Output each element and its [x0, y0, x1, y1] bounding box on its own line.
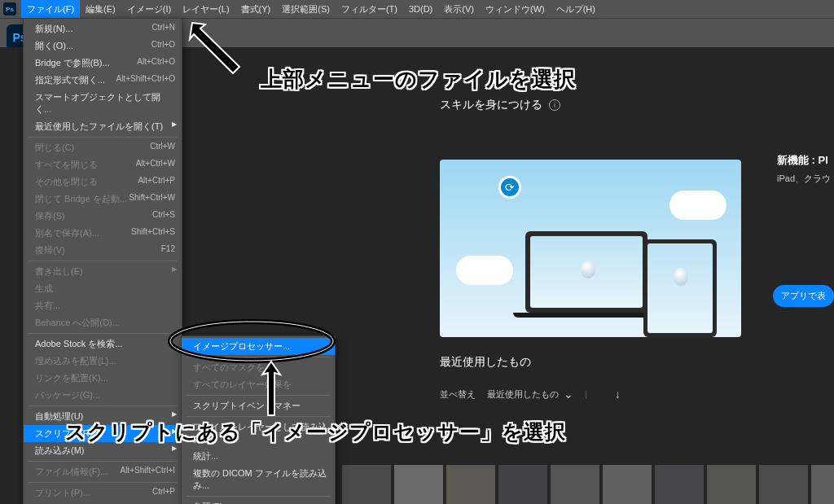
svg-point-1 [170, 322, 333, 361]
menu-3d[interactable]: 3D(D) [403, 0, 438, 18]
thumbnail[interactable] [759, 465, 808, 504]
file-menu-item: ファイル情報(F)...Alt+Shift+Ctrl+I [24, 463, 182, 480]
laptop-graphic [513, 231, 660, 337]
info-icon[interactable]: i [549, 99, 560, 111]
sync-icon: ⟳ [498, 176, 521, 199]
new-feature-desc: iPad、クラウドド [777, 173, 834, 185]
file-menu-item: 書き出し(E) [24, 263, 182, 280]
open-in-app-button[interactable]: アプリで表 [773, 285, 834, 307]
menu-filter[interactable]: フィルター(T) [336, 0, 403, 18]
sort-select[interactable]: 最近使用したもの [487, 388, 573, 401]
divider: | [585, 389, 587, 399]
file-menu-item: 保存(S)Ctrl+S [24, 208, 182, 225]
feature-preview-card[interactable]: ⟳ [440, 160, 741, 337]
file-menu-item[interactable]: Bridge で参照(B)...Alt+Ctrl+O [24, 55, 182, 72]
sort-direction-icon[interactable]: ↓ [615, 388, 621, 401]
thumbnail[interactable] [707, 465, 756, 504]
file-menu-item: リンクを配置(K)... [24, 370, 182, 387]
menu-view[interactable]: 表示(V) [438, 0, 480, 18]
recent-title: 最近使用したもの [440, 355, 621, 370]
file-menu-item[interactable]: Adobe Stock を検索... [24, 335, 182, 353]
cloud-graphic [456, 256, 513, 285]
thumbnail[interactable] [603, 465, 652, 504]
thumbnail[interactable] [811, 465, 834, 504]
file-menu-item[interactable]: 開く(O)...Ctrl+O [24, 37, 182, 55]
sort-label: 並べ替え [440, 388, 476, 401]
thumbnail[interactable] [655, 465, 704, 504]
file-menu-item[interactable]: スマートオブジェクトとして開く... [24, 89, 182, 118]
skill-header: スキルを身につける i [440, 98, 560, 112]
menu-edit[interactable]: 編集(E) [80, 0, 121, 18]
file-menu-item[interactable]: 最近使用したファイルを開く(T) [24, 118, 182, 135]
menu-window[interactable]: ウィンドウ(W) [480, 0, 551, 18]
file-menu-item: Behance へ公開(D)... [24, 314, 182, 331]
file-menu-item: 別名で保存(A)...Shift+Ctrl+S [24, 225, 182, 242]
file-menu-item: 生成 [24, 280, 182, 297]
annotation-text-bottom: スクリプトにある「イメージプロセッサー」を選択 [65, 419, 566, 445]
file-menu-item: 閉じる(C)Ctrl+W [24, 139, 182, 156]
file-menu-item: 閉じて Bridge を起動...Shift+Ctrl+W [24, 191, 182, 208]
scripts-submenu-item[interactable]: 参照(B)... [182, 498, 335, 504]
menu-file[interactable]: ファイル(F) [21, 0, 80, 18]
menu-layer[interactable]: レイヤー(L) [177, 0, 235, 18]
file-menu-item: 埋め込みを配置(L)... [24, 353, 182, 370]
scripts-submenu-item[interactable]: 複数の DICOM ファイルを読み込み... [182, 465, 335, 494]
file-menu-item[interactable]: 新規(N)...Ctrl+N [24, 20, 182, 37]
file-menu-item: 復帰(V)F12 [24, 242, 182, 259]
annotation-arrow-icon [251, 357, 292, 420]
thumbnail[interactable] [342, 465, 391, 504]
recent-thumbnails [342, 465, 834, 504]
file-menu-item: パッケージ(G)... [24, 387, 182, 404]
tablet-graphic [643, 239, 717, 337]
thumbnail[interactable] [551, 465, 599, 504]
file-menu-item: その他を閉じるAlt+Ctrl+P [24, 173, 182, 191]
recent-section: 最近使用したもの 並べ替え 最近使用したもの | ↓ [440, 355, 621, 401]
file-menu-item: 共有... [24, 297, 182, 314]
menu-select[interactable]: 選択範囲(S) [276, 0, 336, 18]
thumbnail[interactable] [446, 465, 495, 504]
menu-help[interactable]: ヘルプ(H) [551, 0, 601, 18]
annotation-text-top: 上部メニューのファイルを選択 [261, 65, 576, 94]
file-menu-item[interactable]: 指定形式で開く...Alt+Shift+Ctrl+O [24, 72, 182, 89]
scripts-submenu-item[interactable]: 統計... [182, 448, 335, 465]
new-feature-title: 新機能 : Pl [777, 153, 834, 168]
skill-header-label: スキルを身につける [440, 98, 542, 112]
feature-info: 新機能 : Pl iPad、クラウドド [777, 153, 834, 185]
cloud-graphic [669, 191, 726, 220]
sort-row: 並べ替え 最近使用したもの | ↓ [440, 388, 621, 401]
file-menu-item: プリント(P)...Ctrl+P [24, 484, 182, 502]
menu-type[interactable]: 書式(Y) [235, 0, 277, 18]
menu-image[interactable]: イメージ(I) [121, 0, 177, 18]
menu-bar: Ps ファイル(F) 編集(E) イメージ(I) レイヤー(L) 書式(Y) 選… [0, 0, 834, 18]
thumbnail[interactable] [498, 465, 547, 504]
annotation-arrow-icon [182, 16, 256, 81]
file-menu-item: すべてを閉じるAlt+Ctrl+W [24, 156, 182, 173]
photoshop-icon: Ps [3, 2, 16, 15]
thumbnail[interactable] [394, 465, 443, 504]
